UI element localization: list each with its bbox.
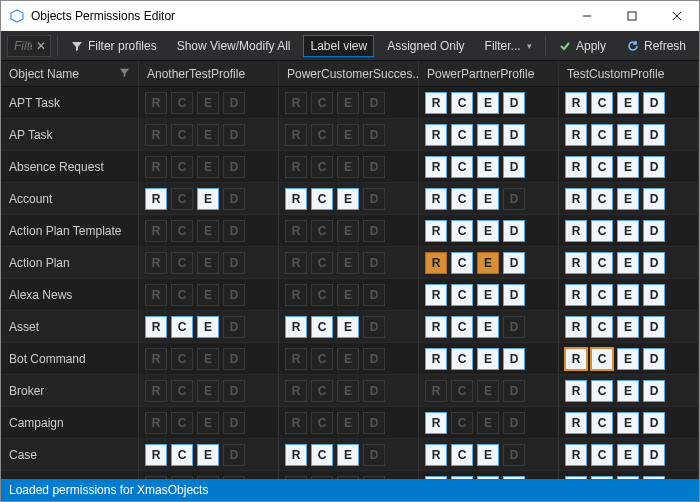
permission-cell[interactable]: R — [565, 412, 587, 434]
permission-cell[interactable]: E — [197, 188, 219, 210]
permission-cell[interactable]: R — [285, 316, 307, 338]
window-minimize-button[interactable] — [564, 1, 609, 31]
permission-cell[interactable]: C — [311, 444, 333, 466]
permission-cell[interactable]: D — [363, 348, 385, 370]
permission-cell[interactable]: E — [617, 348, 639, 370]
permission-cell[interactable]: R — [285, 412, 307, 434]
object-name-cell[interactable]: Bot Command — [1, 343, 139, 374]
permission-cell[interactable]: R — [145, 124, 167, 146]
permission-cell[interactable]: D — [223, 412, 245, 434]
permission-cell[interactable]: C — [591, 220, 613, 242]
permission-cell[interactable]: D — [223, 380, 245, 402]
permission-cell[interactable]: D — [643, 348, 665, 370]
column-header-object-name[interactable]: Object Name — [1, 61, 139, 86]
object-name-cell[interactable]: AP Task — [1, 119, 139, 150]
permission-cell[interactable]: C — [171, 252, 193, 274]
permission-cell[interactable]: E — [197, 380, 219, 402]
permission-cell[interactable]: D — [363, 252, 385, 274]
permission-cell[interactable]: D — [503, 92, 525, 114]
permission-cell[interactable]: E — [197, 284, 219, 306]
permission-cell[interactable]: E — [197, 444, 219, 466]
permission-cell[interactable]: R — [145, 380, 167, 402]
permission-cell[interactable]: E — [617, 252, 639, 274]
permission-cell[interactable]: R — [285, 252, 307, 274]
permission-cell[interactable]: E — [617, 156, 639, 178]
permission-cell[interactable]: E — [337, 348, 359, 370]
permission-cell[interactable]: D — [503, 380, 525, 402]
object-name-cell[interactable]: Account — [1, 183, 139, 214]
permission-cell[interactable]: R — [565, 92, 587, 114]
assigned-only-button[interactable]: Assigned Only — [380, 35, 471, 57]
permission-cell[interactable]: D — [643, 92, 665, 114]
permission-cell[interactable]: R — [425, 412, 447, 434]
apply-button[interactable]: Apply — [551, 35, 613, 57]
permission-cell[interactable]: C — [591, 380, 613, 402]
permission-cell[interactable]: C — [591, 348, 613, 370]
object-name-cell[interactable]: Broker — [1, 375, 139, 406]
filter-profiles-button[interactable]: Filter profiles — [63, 35, 164, 57]
permission-cell[interactable]: D — [503, 316, 525, 338]
permission-cell[interactable]: C — [451, 156, 473, 178]
permission-cell[interactable]: D — [643, 188, 665, 210]
label-view-button[interactable]: Label view — [303, 35, 374, 57]
permission-cell[interactable]: E — [617, 220, 639, 242]
permission-cell[interactable]: C — [311, 156, 333, 178]
permission-cell[interactable]: D — [363, 220, 385, 242]
permission-cell[interactable]: D — [363, 92, 385, 114]
permission-cell[interactable]: R — [565, 220, 587, 242]
column-header-profile[interactable]: AnotherTestProfile — [139, 61, 279, 86]
permission-cell[interactable]: C — [311, 252, 333, 274]
permission-cell[interactable]: E — [477, 252, 499, 274]
permission-cell[interactable]: C — [451, 284, 473, 306]
permission-cell[interactable]: E — [617, 124, 639, 146]
permission-cell[interactable]: E — [617, 284, 639, 306]
window-close-button[interactable] — [654, 1, 699, 31]
filter-menu-button[interactable]: Filter... ▾ — [478, 35, 539, 57]
permission-cell[interactable]: R — [565, 124, 587, 146]
permission-cell[interactable]: D — [223, 124, 245, 146]
permission-cell[interactable]: D — [363, 380, 385, 402]
permission-cell[interactable]: E — [477, 380, 499, 402]
permission-cell[interactable]: R — [425, 316, 447, 338]
permission-cell[interactable]: D — [503, 348, 525, 370]
permission-cell[interactable]: E — [197, 92, 219, 114]
permission-cell[interactable]: E — [337, 252, 359, 274]
show-view-modify-all-button[interactable]: Show View/Modify All — [170, 35, 298, 57]
permission-cell[interactable]: C — [171, 412, 193, 434]
permission-cell[interactable]: E — [337, 220, 359, 242]
permission-cell[interactable]: C — [171, 156, 193, 178]
permission-cell[interactable]: D — [223, 284, 245, 306]
permission-cell[interactable]: D — [223, 252, 245, 274]
permission-cell[interactable]: E — [197, 124, 219, 146]
permission-cell[interactable]: R — [285, 124, 307, 146]
column-header-profile[interactable]: TestCustomProfile — [559, 61, 699, 86]
permission-cell[interactable]: D — [643, 124, 665, 146]
column-header-profile[interactable]: PowerCustomerSucces... — [279, 61, 419, 86]
permission-cell[interactable]: E — [477, 156, 499, 178]
object-name-cell[interactable]: Campaign — [1, 407, 139, 438]
permission-cell[interactable]: E — [197, 348, 219, 370]
window-maximize-button[interactable] — [609, 1, 654, 31]
permission-cell[interactable]: R — [565, 156, 587, 178]
permission-cell[interactable]: R — [285, 220, 307, 242]
permission-cell[interactable]: D — [223, 188, 245, 210]
permission-cell[interactable]: D — [503, 124, 525, 146]
permission-cell[interactable]: E — [477, 188, 499, 210]
column-header-profile[interactable]: PowerPartnerProfile — [419, 61, 559, 86]
object-name-cell[interactable]: Asset — [1, 311, 139, 342]
permission-cell[interactable]: C — [591, 412, 613, 434]
permission-cell[interactable]: C — [171, 220, 193, 242]
permission-cell[interactable]: E — [197, 412, 219, 434]
permission-cell[interactable]: C — [311, 124, 333, 146]
permission-cell[interactable]: E — [337, 156, 359, 178]
object-name-cell[interactable]: Action Plan — [1, 247, 139, 278]
permission-cell[interactable]: E — [337, 284, 359, 306]
permission-cell[interactable]: C — [451, 316, 473, 338]
permission-cell[interactable]: C — [171, 92, 193, 114]
permission-cell[interactable]: C — [451, 220, 473, 242]
permission-cell[interactable]: D — [643, 412, 665, 434]
permission-cell[interactable]: E — [197, 220, 219, 242]
permission-cell[interactable]: R — [145, 156, 167, 178]
permission-cell[interactable]: D — [363, 316, 385, 338]
permission-cell[interactable]: D — [503, 252, 525, 274]
